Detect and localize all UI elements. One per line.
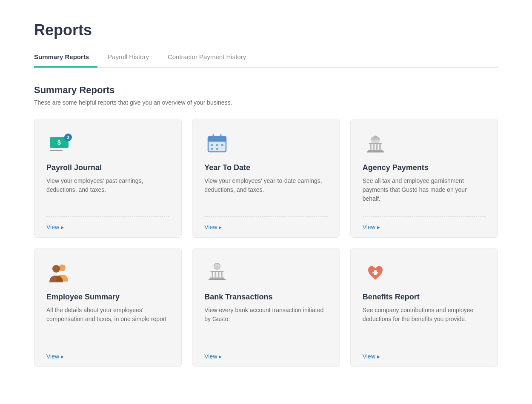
calendar-icon: [204, 131, 230, 156]
svg-rect-9: [211, 148, 213, 150]
svg-point-21: [52, 265, 60, 273]
svg-rect-31: [209, 279, 226, 280]
svg-rect-19: [367, 151, 384, 153]
svg-rect-30: [210, 277, 225, 279]
card-year-to-date-title: Year To Date: [204, 163, 327, 172]
card-employee-summary-desc: All the details about your employees' co…: [46, 306, 169, 337]
svg-rect-29: [221, 272, 223, 278]
card-employee-summary-title: Employee Summary: [46, 293, 169, 302]
svg-rect-33: [372, 272, 378, 273]
card-payroll-journal-desc: View your employees' past earnings, dedu…: [46, 176, 169, 208]
page-title: Reports: [34, 21, 498, 39]
card-benefits-report-title: Benefits Report: [363, 293, 486, 302]
svg-rect-14: [370, 144, 372, 150]
svg-rect-13: [369, 143, 382, 145]
svg-rect-7: [216, 144, 218, 146]
svg-rect-17: [379, 144, 381, 150]
card-payroll-journal-view[interactable]: View ▸: [46, 217, 169, 237]
svg-rect-8: [221, 144, 223, 146]
svg-rect-25: [211, 271, 224, 272]
svg-rect-27: [215, 272, 217, 278]
bank-transactions-icon: i: [204, 260, 230, 286]
card-benefits-report-desc: See company contributions and employee d…: [363, 306, 486, 337]
card-bank-transactions-desc: View every bank account transaction init…: [204, 306, 327, 337]
card-benefits-report: Benefits Report See company contribution…: [350, 248, 498, 367]
svg-rect-6: [211, 144, 213, 146]
agency-icon: [363, 131, 388, 156]
svg-point-12: [373, 135, 377, 138]
payroll-journal-icon: 3: [46, 131, 72, 156]
card-year-to-date: Year To Date View your employees' year-t…: [192, 119, 340, 238]
tab-payroll-history[interactable]: Payroll History: [108, 48, 157, 68]
card-agency-payments: Agency Payments See all tax and employee…: [350, 119, 498, 238]
card-bank-transactions: i Bank Transactions View every bank acco…: [192, 248, 340, 367]
card-year-to-date-view[interactable]: View ▸: [204, 217, 327, 237]
tab-summary-reports[interactable]: Summary Reports: [34, 48, 97, 68]
tab-contractor-payment-history[interactable]: Contractor Payment History: [168, 48, 255, 68]
svg-rect-18: [368, 150, 383, 151]
svg-rect-10: [216, 148, 218, 150]
svg-rect-15: [373, 144, 375, 150]
section-title: Summary Reports: [34, 85, 498, 96]
svg-rect-26: [212, 272, 214, 278]
card-agency-payments-view[interactable]: View ▸: [363, 217, 486, 237]
employee-summary-icon: [46, 260, 72, 286]
card-employee-summary: Employee Summary All the details about y…: [34, 248, 182, 367]
card-agency-payments-title: Agency Payments: [363, 163, 486, 172]
card-bank-transactions-view[interactable]: View ▸: [204, 346, 327, 367]
card-employee-summary-view[interactable]: View ▸: [46, 346, 169, 367]
svg-text:i: i: [217, 265, 218, 269]
svg-rect-3: [208, 140, 226, 142]
card-year-to-date-desc: View your employees' year-to-date earnin…: [204, 176, 327, 208]
svg-rect-28: [218, 272, 220, 278]
card-agency-payments-desc: See all tax and employee garnishment pay…: [363, 176, 486, 208]
card-payroll-journal: 3 Payroll Journal View your employees' p…: [34, 119, 182, 238]
svg-rect-16: [376, 144, 378, 150]
tabs-nav: Summary Reports Payroll History Contract…: [34, 48, 498, 68]
section-subtitle: These are some helpful reports that give…: [34, 99, 498, 106]
cards-grid: 3 Payroll Journal View your employees' p…: [34, 119, 498, 367]
card-payroll-journal-title: Payroll Journal: [46, 163, 169, 172]
benefits-report-icon: [363, 260, 388, 286]
card-bank-transactions-title: Bank Transactions: [204, 293, 327, 302]
card-benefits-report-view[interactable]: View ▸: [363, 346, 486, 367]
